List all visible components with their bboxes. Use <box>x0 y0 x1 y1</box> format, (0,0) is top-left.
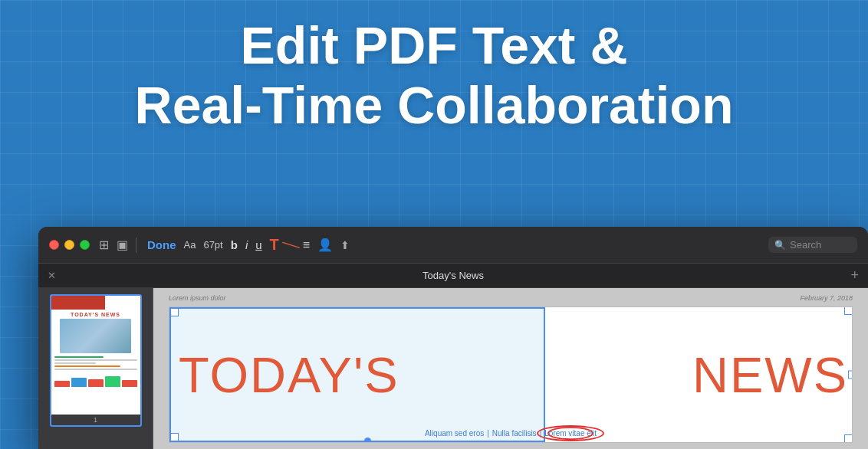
bold-button[interactable]: b <box>231 238 238 251</box>
nav-separator-1: | <box>487 429 489 438</box>
mac-window: ⊞ ▣ Done Aa 67pt b i u T ╲ ≡ 👤 ⬆ 🔍 ✕ Tod… <box>38 227 868 449</box>
thumb-page-content: TODAY'S NEWS <box>51 296 140 415</box>
doc-main-text-right-container: NEWS <box>692 350 848 400</box>
done-button[interactable]: Done <box>147 238 176 251</box>
content-area: TODAY'S NEWS <box>38 288 868 449</box>
thumb-news-title: TODAY'S NEWS <box>51 312 140 317</box>
search-icon: 🔍 <box>774 240 786 251</box>
tab-title[interactable]: Today's News <box>422 270 484 281</box>
nav-links: Aliquam sed eros | Nulla facilisis | Lor… <box>169 429 852 438</box>
text-edit-box[interactable]: TODAY'S <box>169 307 545 442</box>
zoom-button[interactable] <box>80 240 90 250</box>
close-button[interactable] <box>49 240 59 250</box>
thumb-text <box>51 355 140 373</box>
circle-highlight-svg <box>537 425 604 441</box>
doc-main-text-left: TODAY'S <box>179 350 399 400</box>
toolbar: ⊞ ▣ Done Aa 67pt b i u T ╲ ≡ 👤 ⬆ 🔍 <box>38 227 868 264</box>
tabbar: ✕ Today's News + <box>38 264 868 288</box>
thumb-bar-1 <box>54 381 70 387</box>
resize-handle-right[interactable] <box>848 371 853 379</box>
tab-close-button[interactable]: ✕ <box>48 270 56 281</box>
italic-button[interactable]: i <box>245 238 248 251</box>
thumb-image-inner <box>60 319 131 353</box>
page-number: 1 <box>51 415 140 425</box>
search-box[interactable]: 🔍 <box>768 237 857 253</box>
thumbnail-sidebar: TODAY'S NEWS <box>38 288 153 449</box>
doc-header-right: February 7, 2018 <box>800 294 853 302</box>
svg-point-0 <box>548 428 593 439</box>
users-button[interactable]: 👤 <box>317 238 333 252</box>
thumb-line-4 <box>54 365 120 367</box>
minimize-button[interactable] <box>64 240 74 250</box>
font-label: Aa <box>184 239 196 251</box>
hero-line1: Edit PDF Text & <box>31 15 837 75</box>
thumb-line-3 <box>54 362 96 364</box>
traffic-lights <box>49 240 90 250</box>
doc-area: Lorem ipsum dolor February 7, 2018 TODAY… <box>153 288 868 449</box>
resize-handle-tl[interactable] <box>170 308 179 316</box>
hero-line2: Real-Time Collaboration <box>31 75 837 135</box>
toolbar-separator <box>136 238 136 253</box>
doc-page: TODAY'S NEWS Aliquam sed eros | <box>169 306 853 443</box>
share-button[interactable]: ⬆ <box>340 239 350 251</box>
text-cursor <box>364 438 371 443</box>
doc-header-strip: Lorem ipsum dolor February 7, 2018 <box>169 294 853 302</box>
page-thumbnail-1[interactable]: TODAY'S NEWS <box>50 294 142 427</box>
thumb-line-1 <box>54 356 104 358</box>
toolbar-items: ⊞ ▣ Done Aa 67pt b i u T ╲ ≡ 👤 ⬆ 🔍 <box>99 236 857 254</box>
nav-link-2[interactable]: Nulla facilisis <box>492 429 537 438</box>
thumb-bar-4 <box>105 376 120 387</box>
thumb-bar-2 <box>71 378 87 387</box>
doc-main-text-right: NEWS <box>692 350 848 400</box>
panel-icon[interactable]: ▣ <box>117 238 128 252</box>
font-size[interactable]: 67pt <box>203 239 222 251</box>
thumb-bar-5 <box>122 380 137 387</box>
text-color-button[interactable]: T <box>270 236 279 254</box>
nav-link-1[interactable]: Aliquam sed eros <box>425 429 484 438</box>
thumb-header <box>51 296 140 310</box>
thumb-bar-3 <box>88 379 104 387</box>
thumb-image <box>60 319 131 353</box>
sidebar-icon[interactable]: ⊞ <box>99 238 109 252</box>
doc-header-left: Lorem ipsum dolor <box>169 294 226 302</box>
nav-link-3[interactable]: Lorem vitae elit <box>544 429 597 438</box>
search-input[interactable] <box>790 239 851 251</box>
doc-main-text-left-container: TODAY'S <box>179 350 538 400</box>
thumb-line-5 <box>54 369 137 370</box>
strikethrough-button[interactable]: ╲ <box>282 236 300 254</box>
underline-button[interactable]: u <box>255 238 261 251</box>
hero-title: Edit PDF Text & Real-Time Collaboration <box>0 15 868 135</box>
thumb-line-2 <box>54 359 137 361</box>
align-button[interactable]: ≡ <box>303 238 310 252</box>
tab-add-button[interactable]: + <box>850 267 859 283</box>
thumb-chart <box>51 373 140 388</box>
resize-handle-tr[interactable] <box>844 306 853 315</box>
